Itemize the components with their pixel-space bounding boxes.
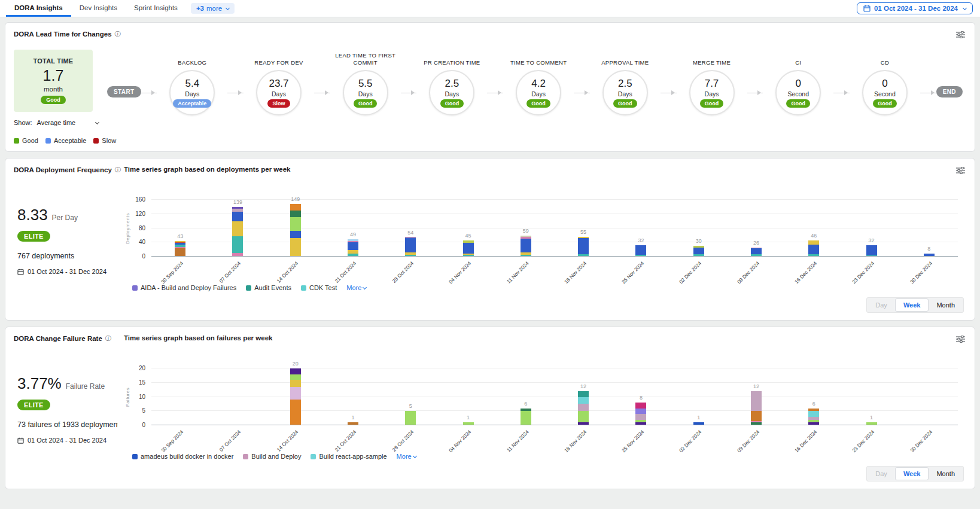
chart-column: 4616 Dec 2024 (785, 200, 842, 257)
bar-stack[interactable] (175, 241, 185, 257)
legend-item[interactable]: AIDA - Build and Deploy Failures (132, 284, 236, 291)
x-tick-label: 14 Oct 2024 (276, 260, 300, 284)
x-tick-label: 07 Oct 2024 (218, 260, 242, 284)
bar-stack[interactable] (635, 403, 646, 425)
total-time-value: 1.7 (43, 67, 64, 84)
filter-settings-icon[interactable] (955, 166, 966, 177)
y-tick-label: 80 (139, 225, 145, 231)
tab-dora-insights[interactable]: DORA Insights (6, 0, 71, 17)
bar-stack[interactable] (808, 240, 819, 257)
legend-label: Build and Deploy (251, 453, 301, 460)
flow-arrow (141, 93, 157, 93)
legend-item[interactable]: Build react-app-sample (311, 453, 386, 460)
bar-stack[interactable] (232, 207, 243, 257)
legend-item[interactable]: amadeus build docker in docker (132, 453, 233, 460)
flow-arrow (833, 93, 850, 93)
tab-sprint-insights[interactable]: Sprint Insights (126, 0, 186, 17)
bar-segment (290, 231, 301, 238)
stage-status-badge: Slow (267, 99, 290, 108)
x-tick-label: 09 Dec 2024 (736, 260, 760, 285)
bar-segment (405, 238, 416, 252)
toggle-day-button[interactable]: Day (868, 467, 895, 480)
filter-settings-icon[interactable] (955, 30, 966, 41)
x-tick-label: 14 Oct 2024 (276, 429, 300, 453)
x-tick-label: 09 Dec 2024 (736, 429, 760, 453)
failure-chart-title: Time series graph based on failures per … (124, 334, 955, 342)
stage-status-badge: Good (526, 99, 550, 108)
stage-circle: 2.5DaysGood (429, 70, 474, 115)
legend-more-link[interactable]: More (397, 453, 416, 460)
show-average-time-select[interactable]: Show: Average time (14, 119, 99, 126)
bar-stack[interactable] (521, 409, 531, 426)
toggle-week-button[interactable]: Week (895, 298, 929, 312)
legend-label: Good (22, 137, 38, 144)
bar-stack[interactable] (405, 237, 416, 257)
legend-label: amadeus build docker in docker (141, 453, 233, 460)
legend-item[interactable]: Build and Deploy (243, 453, 301, 460)
stage-value: 4.2 (531, 78, 546, 90)
bar-segment (290, 217, 301, 231)
y-tick-label: 0 (142, 253, 145, 260)
stage-circle: 0SecondGood (862, 70, 908, 115)
x-tick-label: 28 Oct 2024 (391, 260, 415, 284)
bar-total-label: 5 (409, 403, 412, 409)
bar-total-label: 1 (697, 414, 700, 420)
chevron-down-icon (226, 5, 230, 10)
stage-name: CD (881, 47, 889, 70)
date-range-label: 01 Oct 2024 - 31 Dec 2024 (28, 268, 106, 275)
bar-stack[interactable] (290, 204, 301, 257)
legend-swatch (301, 285, 306, 291)
info-icon[interactable]: ⓘ (115, 30, 121, 38)
stage-value: 5.4 (185, 78, 199, 90)
legend-swatch (243, 454, 248, 459)
bar-stack[interactable] (578, 237, 589, 257)
x-tick-label: 25 Nov 2024 (620, 429, 645, 453)
flow-stage: CI0SecondGood (763, 47, 833, 115)
chevron-down-icon (963, 5, 967, 10)
bar-stack[interactable] (348, 239, 358, 257)
legend-item[interactable]: Audit Events (246, 284, 291, 291)
stage-unit: Days (618, 90, 632, 97)
deployment-rate-unit: Per Day (52, 214, 78, 222)
chevron-down-icon (95, 120, 99, 124)
bar-stack[interactable] (808, 409, 819, 426)
card-title-text: DORA Change Failure Rate (14, 335, 102, 342)
more-tabs-dropdown[interactable]: +3 more (191, 3, 235, 14)
bar-stack[interactable] (290, 368, 301, 425)
x-tick-label: 30 Dec 2024 (909, 260, 933, 285)
legend-more-link[interactable]: More (346, 284, 366, 291)
tier-badge: ELITE (17, 231, 50, 242)
chart-column: 611 Nov 2024 (497, 368, 555, 425)
stage-unit: Days (185, 90, 199, 97)
toggle-week-button[interactable]: Week (895, 467, 929, 480)
total-time-badge: Good (41, 96, 66, 104)
tab-dev-insights[interactable]: Dev Insights (71, 0, 126, 17)
flow-stage: MERGE TIME7.7DaysGood (677, 47, 747, 115)
toggle-month-button[interactable]: Month (929, 467, 963, 480)
flow-stage: APPROVAL TIME2.5DaysGood (590, 47, 661, 115)
bar-total-label: 139 (233, 199, 242, 205)
flow-stage: PR CREATION TIME2.5DaysGood (416, 47, 487, 115)
bar-stack[interactable] (751, 391, 762, 425)
toggle-month-button[interactable]: Month (929, 298, 963, 312)
stage-status-badge: Good (440, 99, 464, 108)
failure-stats-panel: 3.77% Failure Rate ELITE 73 failures of … (14, 348, 124, 481)
y-tick-label: 20 (139, 365, 145, 371)
filter-settings-icon[interactable] (955, 334, 966, 346)
toggle-day-button[interactable]: Day (868, 298, 895, 312)
legend-item[interactable]: CDK Test (301, 284, 337, 291)
bar-stack[interactable] (578, 391, 589, 425)
stage-value: 0 (795, 78, 801, 90)
bar-stack[interactable] (521, 236, 531, 257)
change-failure-rate-card: DORA Change Failure Rate ⓘ Time series g… (5, 327, 975, 489)
info-icon[interactable]: ⓘ (115, 166, 121, 174)
bar-segment (751, 411, 762, 421)
bar-stack[interactable] (693, 246, 704, 257)
bar-stack[interactable] (866, 245, 877, 257)
info-icon[interactable]: ⓘ (105, 334, 111, 343)
bar-stack[interactable] (463, 240, 474, 257)
date-range-picker[interactable]: 01 Oct 2024 - 31 Dec 2024 (857, 2, 973, 14)
bar-stack[interactable] (635, 245, 646, 257)
bar-stack[interactable] (405, 411, 416, 425)
flow-arrow (574, 93, 590, 93)
